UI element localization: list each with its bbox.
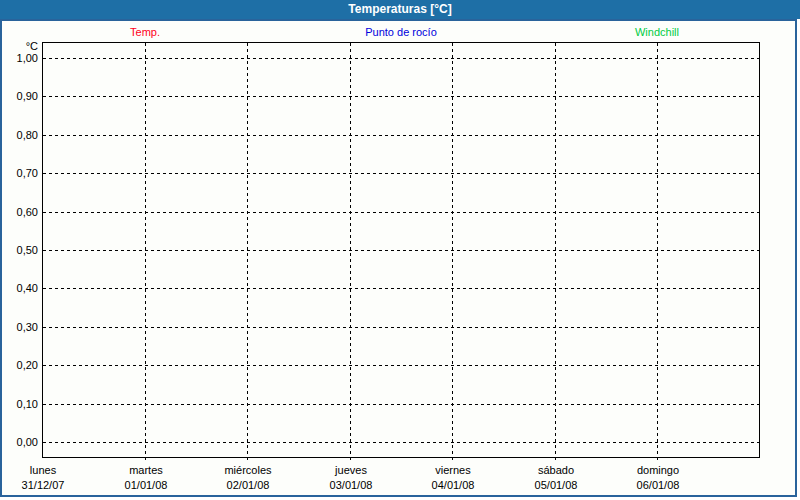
y-gridline	[43, 442, 759, 443]
y-gridline	[43, 96, 759, 97]
x-gridline	[657, 43, 658, 457]
x-axis-day-label: jueves03/01/08	[330, 463, 373, 493]
date-label: 02/01/08	[224, 478, 271, 493]
window-title: Temperaturas [°C]	[348, 2, 451, 16]
x-axis-day-label: miércoles02/01/08	[224, 463, 271, 493]
x-gridline	[350, 43, 351, 457]
y-gridline	[43, 288, 759, 289]
y-tick-label: 0,80	[2, 129, 38, 141]
x-gridline	[452, 43, 453, 457]
weekday-label: martes	[125, 463, 168, 478]
y-gridline	[43, 173, 759, 174]
x-axis-tick	[247, 458, 248, 462]
y-axis-unit-label: °C	[2, 40, 38, 52]
plot-area	[42, 42, 760, 458]
y-tick-label: 0,40	[2, 282, 38, 294]
date-label: 31/12/07	[22, 478, 65, 493]
y-tick-label: 0,50	[2, 244, 38, 256]
x-axis-tick	[555, 458, 556, 462]
y-tick-label: 0,70	[2, 167, 38, 179]
weekday-label: viernes	[432, 463, 475, 478]
x-gridline	[555, 43, 556, 457]
date-label: 04/01/08	[432, 478, 475, 493]
y-tick-label: 0,10	[2, 398, 38, 410]
y-gridline	[43, 135, 759, 136]
date-label: 03/01/08	[330, 478, 373, 493]
legend-item: Windchill	[635, 25, 679, 39]
weekday-label: domingo	[637, 463, 680, 478]
date-label: 01/01/08	[125, 478, 168, 493]
weekday-label: jueves	[330, 463, 373, 478]
x-axis-tick	[350, 458, 351, 462]
weekday-label: lunes	[22, 463, 65, 478]
x-axis-day-label: viernes04/01/08	[432, 463, 475, 493]
y-tick-label: 0,60	[2, 206, 38, 218]
x-axis-tick	[452, 458, 453, 462]
x-axis-day-label: martes01/01/08	[125, 463, 168, 493]
y-gridline	[43, 365, 759, 366]
y-tick-label: 0,20	[2, 359, 38, 371]
chart-window: Temperaturas [°C] Temp.Punto de rocíoWin…	[0, 0, 800, 500]
x-axis-day-label: domingo06/01/08	[637, 463, 680, 493]
date-label: 05/01/08	[535, 478, 578, 493]
y-gridline	[43, 250, 759, 251]
weekday-label: miércoles	[224, 463, 271, 478]
y-gridline	[43, 404, 759, 405]
date-label: 06/01/08	[637, 478, 680, 493]
x-axis-day-label: lunes31/12/07	[22, 463, 65, 493]
x-axis-day-label: sábado05/01/08	[535, 463, 578, 493]
legend-item: Temp.	[130, 25, 160, 39]
x-axis-tick	[657, 458, 658, 462]
y-gridline	[43, 212, 759, 213]
y-tick-label: 1,00	[2, 52, 38, 64]
weekday-label: sábado	[535, 463, 578, 478]
y-gridline	[43, 58, 759, 59]
y-tick-label: 0,00	[2, 436, 38, 448]
chart-frame: Temp.Punto de rocíoWindchill °C 1,000,90…	[0, 19, 797, 497]
x-gridline	[145, 43, 146, 457]
x-gridline	[247, 43, 248, 457]
x-axis-tick	[145, 458, 146, 462]
legend-item: Punto de rocío	[365, 25, 437, 39]
window-titlebar: Temperaturas [°C]	[0, 0, 800, 19]
y-gridline	[43, 327, 759, 328]
y-tick-label: 0,90	[2, 90, 38, 102]
y-tick-label: 0,30	[2, 321, 38, 333]
